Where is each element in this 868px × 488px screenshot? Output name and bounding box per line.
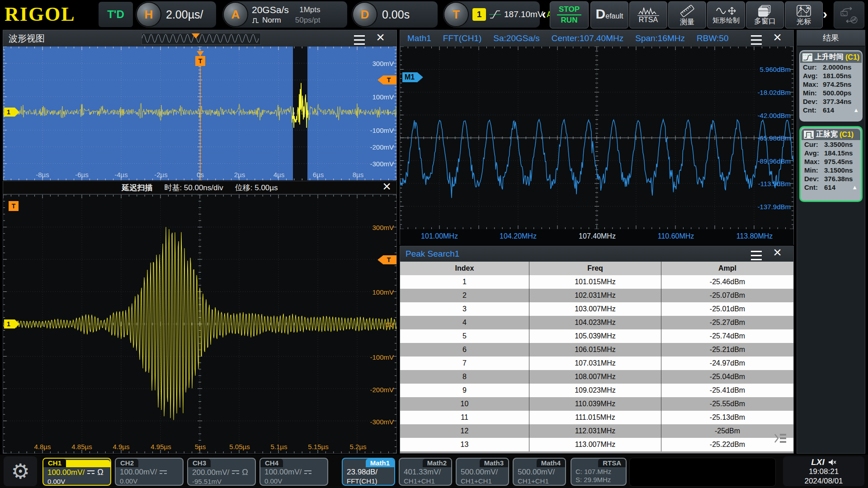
toolbar-collapse-icon[interactable]: ‹ (542, 6, 546, 22)
math-block-math1[interactable]: Math1 23.98dB/ FFT(CH1) (342, 458, 395, 486)
menu-icon[interactable] (751, 251, 762, 260)
table-header-row: IndexFreqAmpl (400, 262, 793, 275)
fft-header-item[interactable]: FFT(CH1) (443, 33, 481, 43)
collapse-triangle-icon[interactable]: ▲ (853, 107, 859, 113)
acquisition-control[interactable]: A 20GSa/s 1Mpts Norm 50ps/pt (222, 1, 347, 28)
run-stop-button[interactable]: STOP RUN (550, 1, 589, 28)
math-expression: CH1+CH1 (514, 477, 565, 485)
table-row[interactable]: 8108.007MHz-25.04dBm (400, 370, 793, 384)
table-row[interactable]: 6106.015MHz-25.21dBm (400, 343, 793, 357)
delayed-sweep-chart[interactable]: 4.8µs4.85µs4.9µs4.95µs5µs5.05µs5.1µs5.15… (3, 194, 397, 454)
system-menu-button[interactable]: ⚙ (4, 456, 37, 486)
math-block-math3[interactable]: Math3 500.00mV/ CH1+CH1 (456, 458, 509, 486)
close-icon[interactable]: × (382, 180, 391, 192)
channel-block-ch2[interactable]: CH2 100.00mV/ 0.00V (115, 458, 184, 486)
voltage-axis-label: -200mV (370, 386, 394, 394)
delay-control[interactable]: D 0.00s (352, 1, 438, 28)
table-row[interactable]: 1101.015MHz-25.46dBm (400, 275, 793, 289)
rtsa-span: S: 29.9MHz (571, 475, 626, 483)
close-icon[interactable]: × (376, 31, 385, 43)
mode-switch-button[interactable] (834, 1, 864, 28)
measurement-card-rise-time[interactable]: 上升时间(C1) Cur:2.0000nsAvg:181.05nsMax:974… (799, 50, 863, 122)
time-axis-label: 2µs (234, 171, 245, 178)
cursor-button[interactable]: A B 光标 (785, 1, 823, 28)
swap-views-icon (839, 6, 859, 24)
rtsa-block[interactable]: RTSA C: 107.MHz S: 29.9MHz (571, 458, 627, 486)
horizontal-position-indicator[interactable] (142, 33, 261, 45)
table-row[interactable]: 10110.039MHz-25.55dBm (400, 397, 793, 411)
waveform-chart[interactable]: T-8µs-6µs-4µs-2µs0s2µs4µs6µs8µs300mV2001… (3, 47, 396, 180)
channel-block-ch3[interactable]: CH3 200.00mV/Ω -95.51mV (187, 458, 256, 486)
table-row[interactable]: 11111.015MHz-25.13dBm (400, 411, 793, 424)
clock-box[interactable]: LXI 19:08:21 2024/08/01 (783, 456, 864, 486)
sine-indicator (142, 33, 259, 43)
channel-block-ch4[interactable]: CH4 100.00mV/ 0.00V (259, 458, 328, 486)
collapse-triangle-icon[interactable]: ▲ (852, 184, 858, 191)
multi-window-button[interactable]: 多窗口 (746, 1, 784, 28)
fft-header-item[interactable]: Sa:20GSa/s (493, 33, 539, 43)
channel-offset: 0.00V (116, 477, 183, 485)
toolbar-expand-icon[interactable]: › (823, 6, 827, 22)
table-row[interactable]: 13113.007MHz-25.22dBm (400, 438, 793, 451)
channel-tab: CH3 (188, 459, 211, 467)
menu-icon[interactable] (751, 35, 762, 45)
acquisition-knob[interactable]: A (224, 3, 247, 26)
default-button[interactable]: Default (590, 1, 628, 28)
trigger-control[interactable]: T 1 187.10mV A (443, 1, 540, 28)
delay-knob[interactable]: D (353, 3, 377, 26)
horizontal-timebase-control[interactable]: H 2.00µs/ (136, 1, 216, 28)
channel-offset: 0.00V (260, 477, 327, 485)
menu-icon[interactable] (354, 35, 365, 45)
peak-index: 11 (400, 411, 529, 424)
channel-block-ch1[interactable]: CH1 100.00mV/Ω 0.00V (42, 458, 111, 486)
dc-coupling-icon (304, 470, 311, 475)
rtsa-center: C: 107.MHz (571, 467, 626, 475)
fft-header-item[interactable]: Math1 (407, 33, 431, 43)
delayed-timebase: 时基: 50.00ns/div (164, 183, 223, 193)
stat-value: 376.38ns (824, 175, 853, 183)
voltage-axis-label: -100mV (370, 127, 394, 134)
waveform-view-header: 波形视图 × (3, 30, 396, 47)
fft-header-item[interactable]: Span:16MHz (635, 33, 685, 43)
time-axis-label: 5.15µs (308, 443, 328, 450)
voltage-axis-label: 300mV (372, 60, 394, 67)
math-block-math2[interactable]: Math2 401.33mV/ CH1+CH1 (399, 458, 452, 486)
spectrum-icon (638, 6, 658, 15)
measure-button[interactable]: 测量 (668, 1, 706, 28)
rtsa-button[interactable]: RTSA (629, 1, 667, 28)
table-row[interactable]: 12112.031MHz-25dBm (400, 424, 793, 438)
trigger-knob[interactable]: T (444, 3, 468, 26)
channel-scale: 200.00mV/ (192, 468, 229, 477)
table-row[interactable]: 7107.031MHz-24.97dBm (400, 357, 793, 370)
time-axis-label: 0s (197, 171, 204, 178)
draw-rect-button[interactable]: 矩形绘制 (707, 1, 745, 28)
stat-label: Cnt: (804, 183, 824, 191)
peak-ampl: -25.41dBm (661, 384, 793, 397)
math-expression: CH1+CH1 (400, 477, 451, 485)
table-row[interactable]: 3103.007MHz-25.01dBm (400, 302, 793, 316)
table-row[interactable]: 2102.031MHz-25.07dBm (400, 289, 793, 302)
time-axis-label: -2µs (154, 171, 167, 178)
table-row[interactable]: 4104.023MHz-25.27dBm (400, 316, 793, 329)
close-icon[interactable]: × (773, 31, 782, 43)
voltage-axis-label: -300mV (370, 418, 394, 426)
fft-chart[interactable]: 5.960dBm-18.02dBm-42.00dBm-65.98dBm-89.9… (400, 47, 793, 229)
trigger-marker[interactable]: T (9, 201, 19, 211)
fft-header-item[interactable]: Center:107.40MHz (552, 33, 623, 43)
peak-freq: 110.039MHz (529, 397, 661, 411)
top-toolbar: RIGOL T'D H 2.00µs/ A 20GSa/s 1Mpts Norm… (0, 0, 868, 29)
time-axis-label: 4µs (274, 171, 285, 178)
table-page-icon[interactable] (774, 432, 787, 446)
fft-header-item[interactable]: RBW:50 (697, 33, 728, 43)
math-block-math4[interactable]: Math4 500.00mV/ CH1+CH1 (513, 458, 566, 486)
impedance-icon: Ω (242, 468, 248, 477)
trigger-status-button[interactable]: T'D (99, 2, 133, 27)
measurement-card-pulse-width[interactable]: 正脉宽(C1) Cur:3.3500nsAvg:184.15nsMax:975.… (799, 126, 863, 202)
voltage-axis-label: -300mV (370, 160, 394, 168)
horizontal-knob[interactable]: H (137, 3, 160, 26)
table-row[interactable]: 9109.023MHz-25.41dBm (400, 384, 793, 397)
close-icon[interactable]: × (773, 246, 782, 258)
rtsa-tab: RTSA (598, 459, 626, 467)
table-row[interactable]: 5105.039MHz-25.74dBm (400, 329, 793, 343)
peak-index: 2 (400, 289, 529, 302)
